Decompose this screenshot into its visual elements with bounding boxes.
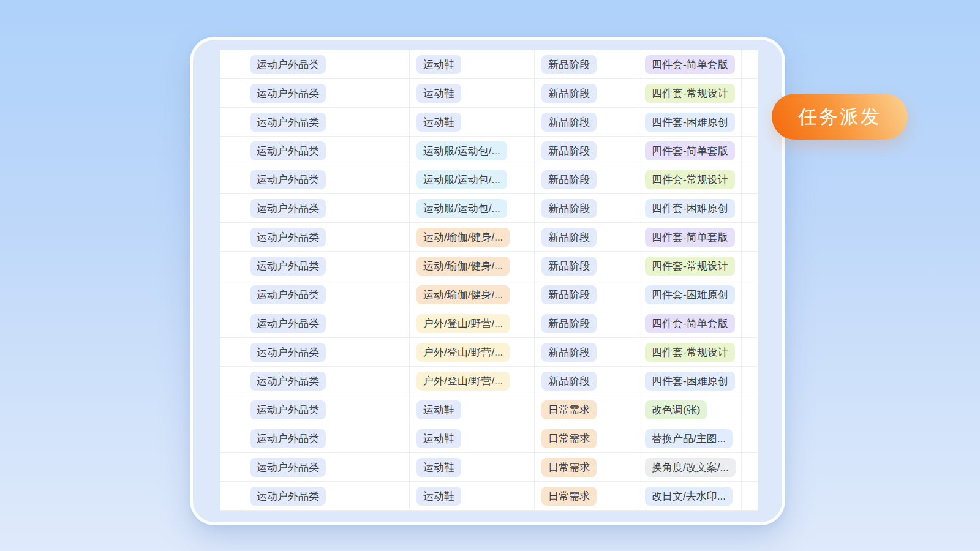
row-edge-cell[interactable] bbox=[742, 252, 758, 280]
stage-cell[interactable]: 新品阶段 bbox=[535, 309, 638, 337]
row-edge-cell[interactable] bbox=[742, 79, 758, 107]
table-row[interactable]: 运动户外品类运动鞋日常需求换角度/改文案/... bbox=[221, 453, 758, 482]
row-edge-cell[interactable] bbox=[742, 309, 758, 337]
subcategory-cell[interactable]: 运动鞋 bbox=[410, 79, 535, 107]
subcategory-cell[interactable]: 运动鞋 bbox=[410, 453, 535, 481]
subcategory-cell[interactable]: 运动服/运动包/... bbox=[410, 165, 535, 193]
row-edge-cell[interactable] bbox=[221, 194, 243, 222]
row-edge-cell[interactable] bbox=[742, 194, 758, 222]
stage-cell[interactable]: 新品阶段 bbox=[535, 280, 638, 309]
task-cell[interactable]: 改色调(张) bbox=[638, 395, 742, 424]
row-edge-cell[interactable] bbox=[742, 223, 758, 251]
subcategory-cell[interactable]: 户外/登山/野营/... bbox=[410, 309, 535, 337]
subcategory-cell[interactable]: 运动服/运动包/... bbox=[410, 194, 535, 222]
row-edge-cell[interactable] bbox=[221, 424, 243, 452]
row-edge-cell[interactable] bbox=[742, 367, 758, 395]
task-cell[interactable]: 换角度/改文案/... bbox=[638, 453, 742, 481]
subcategory-cell[interactable]: 运动鞋 bbox=[410, 482, 535, 510]
task-cell[interactable]: 四件套-常规设计 bbox=[638, 338, 742, 366]
row-edge-cell[interactable] bbox=[221, 252, 243, 280]
row-edge-cell[interactable] bbox=[742, 137, 758, 165]
row-edge-cell[interactable] bbox=[221, 453, 243, 481]
stage-cell[interactable]: 新品阶段 bbox=[535, 50, 638, 78]
row-edge-cell[interactable] bbox=[742, 165, 758, 193]
subcategory-cell[interactable]: 运动服/运动包/... bbox=[410, 137, 535, 165]
row-edge-cell[interactable] bbox=[221, 223, 243, 251]
subcategory-cell[interactable]: 户外/登山/野营/... bbox=[410, 338, 535, 366]
table-row[interactable]: 运动户外品类运动鞋新品阶段四件套-简单套版 bbox=[221, 50, 758, 79]
subcategory-cell[interactable]: 运动鞋 bbox=[410, 50, 535, 78]
stage-cell[interactable]: 新品阶段 bbox=[535, 79, 638, 107]
subcategory-cell[interactable]: 运动/瑜伽/健身/... bbox=[410, 280, 535, 309]
stage-cell[interactable]: 新品阶段 bbox=[535, 252, 638, 280]
row-edge-cell[interactable] bbox=[221, 309, 243, 337]
table-row[interactable]: 运动户外品类户外/登山/野营/...新品阶段四件套-困难原创 bbox=[221, 367, 758, 395]
table-row[interactable]: 运动户外品类户外/登山/野营/...新品阶段四件套-常规设计 bbox=[221, 338, 758, 367]
row-edge-cell[interactable] bbox=[221, 395, 243, 424]
row-edge-cell[interactable] bbox=[221, 367, 243, 395]
task-cell[interactable]: 四件套-简单套版 bbox=[638, 309, 742, 337]
stage-cell[interactable]: 日常需求 bbox=[535, 482, 638, 510]
category-cell[interactable]: 运动户外品类 bbox=[243, 280, 410, 309]
table-row[interactable]: 运动户外品类运动/瑜伽/健身/...新品阶段四件套-简单套版 bbox=[221, 223, 758, 252]
task-cell[interactable]: 四件套-常规设计 bbox=[638, 165, 742, 193]
table-row[interactable]: 运动户外品类运动服/运动包/...新品阶段四件套-困难原创 bbox=[221, 194, 758, 223]
task-cell[interactable]: 四件套-困难原创 bbox=[638, 280, 742, 309]
subcategory-cell[interactable]: 运动/瑜伽/健身/... bbox=[410, 223, 535, 251]
row-edge-cell[interactable] bbox=[221, 50, 243, 78]
task-cell[interactable]: 四件套-困难原创 bbox=[638, 108, 742, 136]
stage-cell[interactable]: 新品阶段 bbox=[535, 137, 638, 165]
task-cell[interactable]: 改日文/去水印... bbox=[638, 482, 742, 510]
table-row[interactable]: 运动户外品类运动鞋新品阶段四件套-常规设计 bbox=[221, 79, 758, 108]
subcategory-cell[interactable]: 运动鞋 bbox=[410, 108, 535, 136]
task-cell[interactable]: 四件套-简单套版 bbox=[638, 137, 742, 165]
category-cell[interactable]: 运动户外品类 bbox=[243, 453, 410, 481]
table-row[interactable]: 运动户外品类运动服/运动包/...新品阶段四件套-简单套版 bbox=[221, 137, 758, 165]
category-cell[interactable]: 运动户外品类 bbox=[243, 395, 410, 424]
row-edge-cell[interactable] bbox=[742, 50, 758, 78]
category-cell[interactable]: 运动户外品类 bbox=[243, 194, 410, 222]
table-row[interactable]: 运动户外品类运动鞋新品阶段四件套-困难原创 bbox=[221, 108, 758, 137]
row-edge-cell[interactable] bbox=[221, 108, 243, 136]
stage-cell[interactable]: 新品阶段 bbox=[535, 108, 638, 136]
subcategory-cell[interactable]: 运动鞋 bbox=[410, 395, 535, 424]
table-row[interactable]: 运动户外品类运动/瑜伽/健身/...新品阶段四件套-困难原创 bbox=[221, 280, 758, 309]
category-cell[interactable]: 运动户外品类 bbox=[243, 165, 410, 193]
category-cell[interactable]: 运动户外品类 bbox=[243, 108, 410, 136]
row-edge-cell[interactable] bbox=[221, 280, 243, 309]
stage-cell[interactable]: 新品阶段 bbox=[535, 367, 638, 395]
subcategory-cell[interactable]: 户外/登山/野营/... bbox=[410, 367, 535, 395]
category-cell[interactable]: 运动户外品类 bbox=[243, 482, 410, 510]
row-edge-cell[interactable] bbox=[742, 108, 758, 136]
category-cell[interactable]: 运动户外品类 bbox=[243, 424, 410, 452]
task-cell[interactable]: 四件套-常规设计 bbox=[638, 252, 742, 280]
category-cell[interactable]: 运动户外品类 bbox=[243, 252, 410, 280]
task-cell[interactable]: 四件套-简单套版 bbox=[638, 223, 742, 251]
subcategory-cell[interactable]: 运动/瑜伽/健身/... bbox=[410, 252, 535, 280]
row-edge-cell[interactable] bbox=[742, 280, 758, 309]
stage-cell[interactable]: 日常需求 bbox=[535, 453, 638, 481]
table-row[interactable]: 运动户外品类运动鞋日常需求改日文/去水印... bbox=[221, 482, 758, 511]
row-edge-cell[interactable] bbox=[221, 482, 243, 510]
task-cell[interactable]: 替换产品/主图... bbox=[638, 424, 742, 452]
task-cell[interactable]: 四件套-简单套版 bbox=[638, 50, 742, 78]
row-edge-cell[interactable] bbox=[742, 395, 758, 424]
category-cell[interactable]: 运动户外品类 bbox=[243, 50, 410, 78]
row-edge-cell[interactable] bbox=[221, 137, 243, 165]
table-row[interactable]: 运动户外品类运动服/运动包/...新品阶段四件套-常规设计 bbox=[221, 165, 758, 194]
table-row[interactable]: 运动户外品类户外/登山/野营/...新品阶段四件套-简单套版 bbox=[221, 309, 758, 338]
row-edge-cell[interactable] bbox=[221, 338, 243, 366]
table-row[interactable]: 运动户外品类运动鞋日常需求改色调(张) bbox=[221, 395, 758, 424]
row-edge-cell[interactable] bbox=[221, 79, 243, 107]
category-cell[interactable]: 运动户外品类 bbox=[243, 338, 410, 366]
stage-cell[interactable]: 新品阶段 bbox=[535, 223, 638, 251]
subcategory-cell[interactable]: 运动鞋 bbox=[410, 424, 535, 452]
task-cell[interactable]: 四件套-困难原创 bbox=[638, 194, 742, 222]
stage-cell[interactable]: 新品阶段 bbox=[535, 338, 638, 366]
category-cell[interactable]: 运动户外品类 bbox=[243, 79, 410, 107]
category-cell[interactable]: 运动户外品类 bbox=[243, 137, 410, 165]
row-edge-cell[interactable] bbox=[742, 424, 758, 452]
task-cell[interactable]: 四件套-常规设计 bbox=[638, 79, 742, 107]
table-row[interactable]: 运动户外品类运动/瑜伽/健身/...新品阶段四件套-常规设计 bbox=[221, 252, 758, 280]
stage-cell[interactable]: 日常需求 bbox=[535, 395, 638, 424]
